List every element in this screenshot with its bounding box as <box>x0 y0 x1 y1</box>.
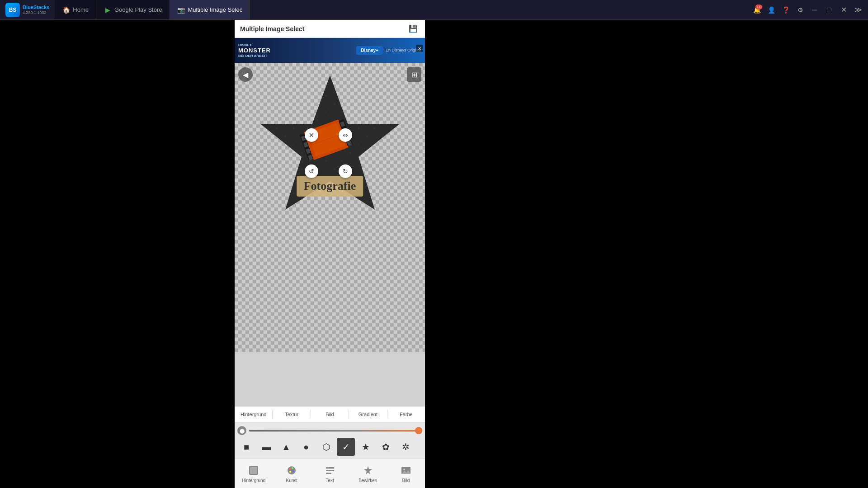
text-overlay-content: Fotografie <box>304 179 356 192</box>
title-bar: BS BlueStacks 4.280.1.1002 🏠 Home ▶ Goog… <box>0 0 868 20</box>
ad-text: DISNEY MONSTER BEI DER ARBEIT <box>238 43 271 58</box>
left-panel <box>0 20 235 488</box>
tab-farbe[interactable]: Farbe <box>387 410 425 419</box>
tab-bild[interactable]: Bild <box>311 410 349 419</box>
app-window: Multiple Image Select 💾 <box>235 20 425 488</box>
nav-bewirken[interactable]: Bewirken <box>349 462 387 485</box>
minimize-button[interactable]: ─ <box>808 4 821 16</box>
save-icon: 💾 <box>409 24 418 33</box>
nav-kunst-label: Kunst <box>286 478 298 483</box>
svg-point-22 <box>292 467 293 469</box>
text-icon <box>324 464 336 477</box>
tab-gradient-label: Gradient <box>359 412 377 417</box>
tab-home[interactable]: 🏠 Home <box>55 0 96 19</box>
svg-rect-27 <box>326 473 331 474</box>
title-bar-controls: 🔔 11 👤 ❓ ⚙ ─ □ ✕ ≫ <box>747 4 868 16</box>
back-icon: ◀ <box>243 70 248 79</box>
bottom-nav: Hintergrund Kunst Text Bewirken <box>235 459 425 488</box>
right-panel <box>425 20 868 488</box>
home-icon: 🏠 <box>62 6 70 14</box>
ad-content: DISNEY MONSTER BEI DER ARBEIT Disney+ En… <box>235 38 425 63</box>
close-button[interactable]: ✕ <box>837 4 850 16</box>
slider-track[interactable] <box>249 430 422 432</box>
nav-hintergrund-label: Hintergrund <box>242 478 265 483</box>
rotate-right-button[interactable]: ↻ <box>339 164 352 178</box>
back-button[interactable]: ◀ <box>238 67 253 82</box>
shape-rectangle[interactable]: ■ <box>237 438 255 456</box>
tab-hintergrund-label: Hintergrund <box>241 412 266 417</box>
shape-star12[interactable]: ❊ <box>416 438 422 456</box>
playstore-icon: ▶ <box>104 6 112 14</box>
tab-home-label: Home <box>73 6 89 13</box>
maximize-button[interactable]: □ <box>823 4 835 16</box>
tab-gradient[interactable]: Gradient <box>349 410 387 419</box>
save-button[interactable]: 💾 <box>407 23 420 35</box>
ad-disney-logo: Disney+ <box>356 46 383 55</box>
bild-icon <box>400 464 412 477</box>
app-title: Multiple Image Select <box>240 25 304 33</box>
help-button[interactable]: ❓ <box>779 4 792 16</box>
nav-hintergrund[interactable]: Hintergrund <box>235 462 273 485</box>
text-overlay[interactable]: Fotografie <box>297 176 363 197</box>
rotate-right-icon: ↻ <box>343 168 348 175</box>
shape-buttons: ■ ▬ ▲ ● ⬡ ✓ ★ ✿ ✲ ❊ <box>237 438 422 456</box>
profile-button[interactable]: 👤 <box>765 4 778 16</box>
shape-slider-area: ⬤ ■ ▬ ▲ ● ⬡ ✓ ★ ✿ ✲ ❊ <box>235 422 425 459</box>
bewirken-icon <box>362 464 374 477</box>
tab-playstore[interactable]: ▶ Google Play Store <box>96 0 170 19</box>
nav-bild-label: Bild <box>402 478 410 483</box>
nav-bild[interactable]: Bild <box>387 462 425 485</box>
tab-textur-label: Textur <box>285 412 298 417</box>
svg-point-30 <box>403 469 405 470</box>
settings-button[interactable]: ⚙ <box>794 4 807 16</box>
rotate-left-icon: ↺ <box>309 168 314 175</box>
shape-star[interactable]: ★ <box>357 438 375 456</box>
bottom-tabs: Hintergrund Textur Bild Gradient Farbe <box>235 406 425 422</box>
shape-triangle[interactable]: ▲ <box>277 438 295 456</box>
tab-playstore-label: Google Play Store <box>114 6 162 13</box>
svg-marker-28 <box>364 466 372 474</box>
tab-farbe-label: Farbe <box>400 412 413 417</box>
rotate-left-button[interactable]: ↺ <box>305 164 318 178</box>
notification-button[interactable]: 🔔 11 <box>750 4 763 16</box>
shape-gear[interactable]: ✿ <box>377 438 395 456</box>
nav-text[interactable]: Text <box>311 462 349 485</box>
bluestacks-version: 4.280.1.1002 <box>23 10 49 15</box>
delete-icon: ✕ <box>309 131 314 139</box>
shape-star8[interactable]: ✲ <box>396 438 415 456</box>
bluestacks-name: BlueStacks <box>23 5 49 10</box>
bluestacks-icon: BS <box>5 3 20 17</box>
svg-rect-19 <box>250 467 257 474</box>
slider-row: ⬤ <box>237 426 422 435</box>
tab-textur[interactable]: Textur <box>273 410 311 419</box>
nav-kunst[interactable]: Kunst <box>273 462 311 485</box>
canvas-area: ◀ ⊞ <box>235 63 425 352</box>
nav-bewirken-label: Bewirken <box>359 478 377 483</box>
bluestacks-logo: BS BlueStacks 4.280.1.1002 <box>0 3 55 17</box>
delete-control-button[interactable]: ✕ <box>305 128 318 142</box>
svg-rect-25 <box>326 467 334 469</box>
slider-icon: ⬤ <box>237 426 246 435</box>
flip-control-button[interactable]: ⇔ <box>339 128 352 142</box>
ad-close-button[interactable]: ✕ <box>416 45 423 52</box>
mis-icon: 📷 <box>177 6 185 14</box>
notification-badge: 11 <box>755 5 762 10</box>
svg-point-21 <box>289 468 291 470</box>
slider-thumb[interactable] <box>415 427 422 434</box>
grid-button[interactable]: ⊞ <box>407 67 421 82</box>
shape-circle[interactable]: ● <box>297 438 315 456</box>
ad-banner: DISNEY MONSTER BEI DER ARBEIT Disney+ En… <box>235 38 425 63</box>
svg-point-24 <box>289 471 291 473</box>
kunst-icon <box>285 464 298 477</box>
shape-hexagon[interactable]: ⬡ <box>317 438 335 456</box>
tab-hintergrund[interactable]: Hintergrund <box>235 410 273 419</box>
shape-rounded-rect[interactable]: ▬ <box>257 438 275 456</box>
grid-icon: ⊞ <box>411 70 417 79</box>
expand-button[interactable]: ≫ <box>852 4 864 16</box>
svg-rect-26 <box>326 470 334 471</box>
tab-mis[interactable]: 📷 Multiple Image Selec <box>170 0 250 19</box>
shape-checkmark[interactable]: ✓ <box>337 438 355 456</box>
tab-bar: 🏠 Home ▶ Google Play Store 📷 Multiple Im… <box>55 0 747 19</box>
nav-text-label: Text <box>326 478 334 483</box>
gray-area <box>235 352 425 406</box>
